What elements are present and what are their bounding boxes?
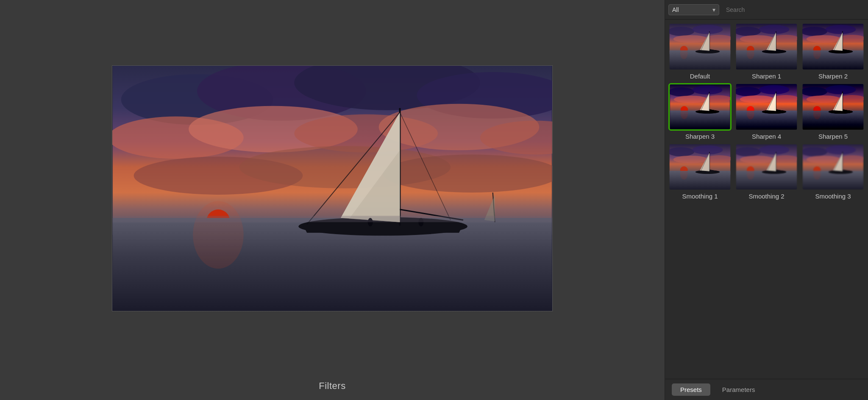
preset-thumb-sharpen1 — [735, 23, 798, 70]
preset-item-smoothing1[interactable]: Smoothing 1 — [668, 143, 732, 200]
filter-header: All ▾ — [665, 0, 868, 20]
preset-label-smoothing2: Smoothing 2 — [748, 193, 784, 200]
svg-rect-125 — [670, 171, 731, 190]
preset-item-smoothing3[interactable]: Smoothing 3 — [801, 143, 865, 200]
svg-rect-69 — [803, 50, 864, 70]
preset-label-smoothing1: Smoothing 1 — [682, 193, 718, 200]
svg-point-98 — [747, 108, 754, 119]
svg-point-20 — [193, 201, 244, 268]
svg-marker-22 — [303, 224, 463, 232]
svg-point-107 — [826, 85, 856, 94]
preset-thumb-sharpen3 — [668, 83, 732, 131]
filter-label: All — [672, 6, 679, 13]
presets-grid: Default Sharpen 1 — [665, 20, 868, 379]
search-input[interactable] — [726, 6, 865, 13]
svg-rect-34 — [113, 215, 552, 222]
svg-point-136 — [740, 155, 774, 163]
preset-label-smoothing3: Smoothing 3 — [815, 193, 851, 200]
svg-point-126 — [680, 168, 688, 179]
right-panel: All ▾ — [665, 0, 868, 400]
tab-presets[interactable]: Presets — [672, 383, 710, 396]
preset-item-sharpen1[interactable]: Sharpen 1 — [735, 23, 798, 80]
left-panel: Filters — [0, 0, 665, 400]
image-container — [0, 0, 665, 376]
svg-rect-97 — [736, 111, 797, 130]
svg-rect-139 — [736, 171, 797, 190]
svg-point-65 — [826, 25, 856, 34]
svg-point-42 — [680, 48, 688, 59]
preset-thumb-smoothing2 — [735, 143, 798, 191]
preset-item-sharpen2[interactable]: Sharpen 2 — [801, 23, 865, 80]
bottom-tabs: PresetsParameters — [665, 379, 868, 400]
svg-point-79 — [693, 85, 723, 94]
svg-point-80 — [674, 95, 707, 103]
svg-point-37 — [693, 25, 723, 34]
preset-label-sharpen1: Sharpen 1 — [752, 73, 781, 80]
preset-label-sharpen5: Sharpen 5 — [818, 133, 848, 140]
tab-parameters[interactable]: Parameters — [714, 383, 764, 396]
preset-item-default[interactable]: Default — [668, 23, 732, 80]
svg-point-108 — [807, 95, 841, 103]
svg-point-51 — [759, 25, 790, 34]
preset-item-sharpen3[interactable]: Sharpen 3 — [668, 83, 732, 140]
svg-point-122 — [673, 155, 708, 163]
preset-thumb-smoothing1 — [668, 143, 732, 191]
preset-thumb-sharpen4 — [735, 83, 798, 131]
svg-point-135 — [759, 145, 790, 154]
svg-point-150 — [807, 155, 841, 163]
search-input-wrap — [723, 6, 868, 13]
preset-label-sharpen2: Sharpen 2 — [818, 73, 848, 80]
svg-point-154 — [813, 168, 821, 179]
svg-rect-41 — [670, 50, 731, 70]
svg-point-38 — [673, 35, 708, 43]
svg-point-66 — [807, 35, 841, 43]
footer-label: Filters — [0, 376, 665, 400]
svg-point-140 — [747, 168, 754, 179]
svg-point-93 — [759, 85, 790, 94]
main-image-svg — [112, 66, 552, 311]
preset-item-sharpen4[interactable]: Sharpen 4 — [735, 83, 798, 140]
svg-point-56 — [747, 48, 754, 59]
svg-point-112 — [813, 108, 821, 119]
preset-item-smoothing2[interactable]: Smoothing 2 — [735, 143, 798, 200]
svg-rect-83 — [670, 110, 730, 129]
preset-item-sharpen5[interactable]: Sharpen 5 — [801, 83, 865, 140]
main-image — [112, 65, 553, 311]
chevron-down-icon: ▾ — [712, 6, 715, 13]
preset-label-sharpen3: Sharpen 3 — [685, 133, 715, 140]
svg-rect-111 — [803, 111, 864, 130]
svg-point-121 — [693, 145, 723, 154]
svg-rect-153 — [803, 171, 864, 190]
preset-thumb-default — [668, 23, 732, 70]
preset-thumb-sharpen2 — [801, 23, 865, 70]
svg-point-52 — [740, 35, 774, 43]
svg-point-84 — [681, 108, 688, 119]
svg-point-12 — [383, 154, 552, 193]
svg-point-149 — [826, 145, 856, 154]
svg-point-94 — [740, 95, 774, 103]
filter-dropdown[interactable]: All ▾ — [668, 4, 719, 15]
svg-rect-55 — [736, 50, 797, 70]
preset-label-sharpen4: Sharpen 4 — [752, 133, 781, 140]
svg-point-70 — [813, 48, 821, 59]
preset-thumb-smoothing3 — [801, 143, 865, 191]
preset-label-default: Default — [690, 73, 710, 80]
preset-thumb-sharpen5 — [801, 83, 865, 131]
